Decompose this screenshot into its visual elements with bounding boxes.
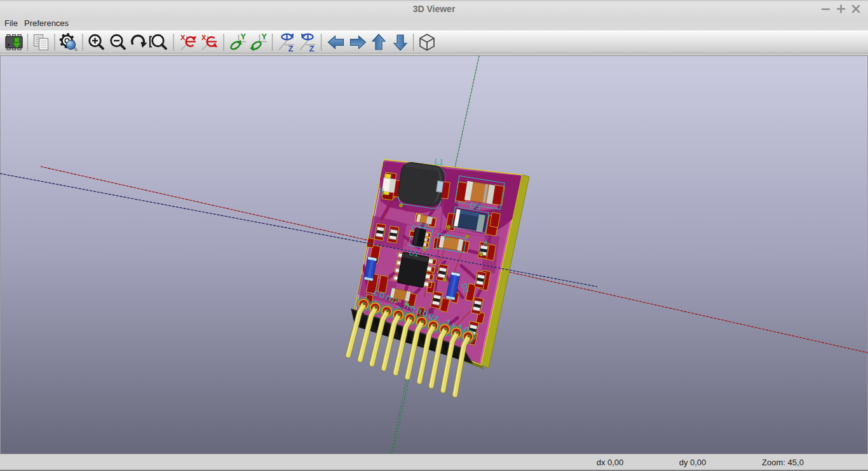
- svg-text:File: File: [4, 18, 18, 28]
- svg-text:L1: L1: [434, 156, 444, 167]
- svg-text:Z: Z: [288, 44, 294, 53]
- svg-text:Z: Z: [309, 44, 315, 53]
- svg-text:Preferences: Preferences: [24, 18, 69, 28]
- svg-text:Y: Y: [241, 32, 247, 41]
- svg-text:dx 0,00: dx 0,00: [597, 458, 624, 467]
- svg-text:3D Viewer: 3D Viewer: [413, 4, 456, 14]
- svg-text:Zoom: 45,0: Zoom: 45,0: [762, 458, 804, 467]
- svg-text:dy 0,00: dy 0,00: [679, 458, 707, 467]
- svg-text:D3: D3: [469, 200, 481, 212]
- svg-text:X: X: [180, 34, 186, 41]
- svg-text:X: X: [201, 34, 207, 41]
- svg-text:U1: U1: [408, 248, 419, 259]
- svg-text:Y: Y: [262, 32, 268, 41]
